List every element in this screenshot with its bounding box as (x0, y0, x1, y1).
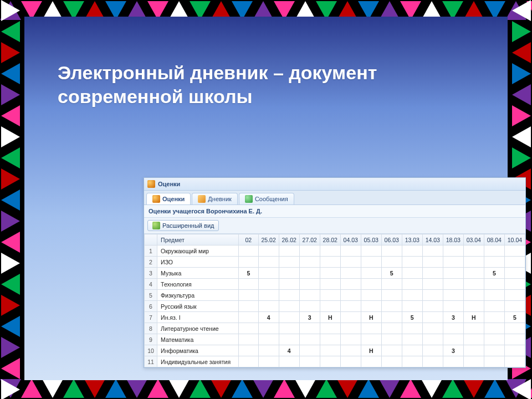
mark-cell[interactable] (443, 356, 463, 367)
mark-cell[interactable] (504, 290, 525, 301)
mark-cell[interactable] (484, 279, 504, 290)
mark-cell[interactable]: 5 (484, 268, 504, 279)
mark-cell[interactable] (402, 290, 422, 301)
mark-cell[interactable] (504, 334, 525, 345)
mark-cell[interactable] (422, 290, 443, 301)
mark-cell[interactable] (381, 245, 402, 257)
mark-cell[interactable] (443, 301, 463, 312)
mark-cell[interactable] (320, 356, 340, 367)
mark-cell[interactable] (258, 268, 279, 279)
mark-cell[interactable] (258, 290, 279, 301)
mark-cell[interactable] (238, 290, 258, 301)
mark-cell[interactable]: 4 (258, 312, 279, 323)
mark-cell[interactable]: Н (463, 312, 484, 323)
mark-cell[interactable] (238, 323, 258, 334)
mark-cell[interactable] (320, 257, 340, 268)
mark-cell[interactable] (279, 323, 299, 334)
mark-cell[interactable] (381, 334, 402, 345)
mark-cell[interactable] (484, 257, 504, 268)
mark-cell[interactable] (320, 301, 340, 312)
mark-cell[interactable] (402, 279, 422, 290)
mark-cell[interactable] (258, 323, 279, 334)
mark-cell[interactable] (443, 290, 463, 301)
mark-cell[interactable] (443, 245, 463, 257)
mark-cell[interactable] (361, 323, 381, 334)
mark-cell[interactable] (299, 290, 320, 301)
mark-cell[interactable] (340, 257, 361, 268)
mark-cell[interactable] (320, 334, 340, 345)
mark-cell[interactable] (279, 245, 299, 257)
mark-cell[interactable] (361, 356, 381, 367)
mark-cell[interactable] (361, 301, 381, 312)
mark-cell[interactable] (504, 279, 525, 290)
mark-cell[interactable] (299, 245, 320, 257)
tab-diary[interactable]: Дневник (192, 193, 238, 204)
mark-cell[interactable] (443, 279, 463, 290)
mark-cell[interactable] (320, 245, 340, 257)
mark-cell[interactable] (279, 257, 299, 268)
mark-cell[interactable]: Н (320, 312, 340, 323)
mark-cell[interactable] (484, 356, 504, 367)
mark-cell[interactable] (238, 279, 258, 290)
mark-cell[interactable] (463, 268, 484, 279)
mark-cell[interactable] (484, 334, 504, 345)
mark-cell[interactable]: 3 (443, 345, 463, 356)
mark-cell[interactable] (238, 334, 258, 345)
mark-cell[interactable] (484, 312, 504, 323)
mark-cell[interactable] (381, 356, 402, 367)
table-row[interactable]: 7Ин.яз. I43НН53Н5 (145, 312, 525, 323)
mark-cell[interactable] (484, 290, 504, 301)
mark-cell[interactable] (422, 312, 443, 323)
mark-cell[interactable] (422, 257, 443, 268)
mark-cell[interactable] (402, 257, 422, 268)
mark-cell[interactable]: 3 (299, 312, 320, 323)
mark-cell[interactable] (443, 323, 463, 334)
mark-cell[interactable] (258, 345, 279, 356)
mark-cell[interactable] (361, 257, 381, 268)
mark-cell[interactable] (443, 257, 463, 268)
table-row[interactable]: 11Индивидуальные занятия (145, 356, 525, 367)
mark-cell[interactable] (299, 356, 320, 367)
mark-cell[interactable] (463, 356, 484, 367)
mark-cell[interactable] (484, 301, 504, 312)
mark-cell[interactable] (361, 268, 381, 279)
mark-cell[interactable] (238, 345, 258, 356)
mark-cell[interactable]: Н (361, 345, 381, 356)
mark-cell[interactable] (484, 245, 504, 257)
mark-cell[interactable] (504, 301, 525, 312)
mark-cell[interactable] (422, 334, 443, 345)
mark-cell[interactable] (361, 290, 381, 301)
mark-cell[interactable] (504, 345, 525, 356)
mark-cell[interactable] (340, 356, 361, 367)
mark-cell[interactable] (402, 245, 422, 257)
mark-cell[interactable] (402, 356, 422, 367)
mark-cell[interactable] (340, 301, 361, 312)
table-row[interactable]: 2ИЗО (145, 257, 525, 268)
mark-cell[interactable] (422, 323, 443, 334)
mark-cell[interactable] (279, 334, 299, 345)
table-row[interactable]: 1Окружающий мир (145, 245, 525, 257)
mark-cell[interactable] (258, 279, 279, 290)
mark-cell[interactable] (299, 268, 320, 279)
mark-cell[interactable] (258, 334, 279, 345)
mark-cell[interactable]: 4 (279, 345, 299, 356)
mark-cell[interactable] (279, 312, 299, 323)
mark-cell[interactable] (320, 279, 340, 290)
mark-cell[interactable] (238, 245, 258, 257)
tab-grades[interactable]: Оценки (146, 193, 191, 204)
mark-cell[interactable] (279, 268, 299, 279)
mark-cell[interactable] (340, 268, 361, 279)
mark-cell[interactable] (361, 245, 381, 257)
mark-cell[interactable] (422, 356, 443, 367)
mark-cell[interactable]: 5 (238, 268, 258, 279)
mark-cell[interactable] (381, 345, 402, 356)
mark-cell[interactable] (340, 245, 361, 257)
table-row[interactable]: 4Технология (145, 279, 525, 290)
mark-cell[interactable] (504, 257, 525, 268)
mark-cell[interactable] (258, 356, 279, 367)
expanded-view-button[interactable]: Расширенный вид (147, 220, 219, 231)
mark-cell[interactable] (238, 257, 258, 268)
mark-cell[interactable] (504, 356, 525, 367)
mark-cell[interactable] (463, 257, 484, 268)
mark-cell[interactable] (504, 268, 525, 279)
